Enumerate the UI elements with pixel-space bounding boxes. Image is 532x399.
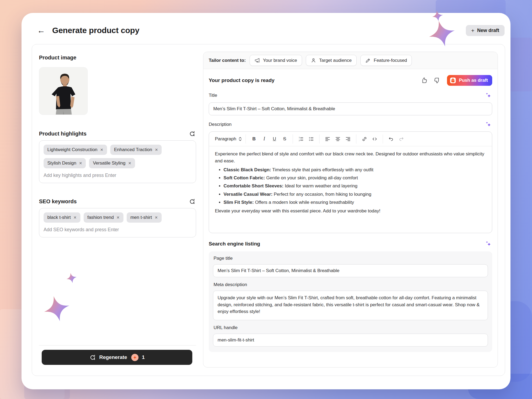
url-handle-value: men-slim-fit-t-shirt: [218, 337, 254, 343]
thumbs-up-icon: [421, 77, 428, 84]
thumbs-down-button[interactable]: [432, 76, 442, 85]
ai-description-button[interactable]: [485, 121, 492, 128]
ai-sparkle-icon: [485, 121, 492, 128]
input-sidebar: Product image Product h: [32, 44, 203, 376]
highlight-tag: Versatile Styling ✕: [89, 158, 135, 168]
remove-tag-icon[interactable]: ✕: [155, 216, 158, 219]
align-center-button[interactable]: [334, 135, 342, 143]
tailor-content-bar: Tailor content to: Your brand voice Targ…: [203, 52, 498, 69]
remove-tag-icon[interactable]: ✕: [100, 148, 103, 152]
tag-label: fashion trend: [87, 215, 114, 220]
regenerate-highlights-button[interactable]: [188, 130, 196, 138]
shopify-bag-icon: [450, 77, 456, 84]
regenerate-sparkle-icon: [189, 198, 196, 205]
product-highlights-label: Product highlights: [39, 131, 87, 137]
keyword-tag: black t-shirt ✕: [44, 212, 80, 223]
keyword-tag: fashion trend ✕: [84, 212, 123, 223]
ai-sparkle-icon: [485, 92, 492, 99]
strikethrough-button[interactable]: S: [280, 135, 289, 143]
description-bullet: Soft Cotton Fabric: Gentle on your skin,…: [224, 174, 486, 181]
regenerate-label: Regenerate: [99, 354, 127, 360]
description-label: Description: [209, 122, 232, 127]
remove-tag-icon[interactable]: ✕: [73, 216, 77, 219]
url-handle-input[interactable]: men-slim-fit-t-shirt: [213, 334, 488, 347]
highlight-tag: Enhanced Traction ✕: [110, 145, 162, 155]
target-audience-button[interactable]: Target audience: [306, 55, 357, 66]
ai-search-listing-button[interactable]: [485, 240, 492, 248]
tag-label: Enhanced Traction: [114, 147, 152, 152]
tag-label: men t-shirt: [130, 215, 152, 220]
description-text-area[interactable]: Experience the perfect blend of style an…: [209, 146, 492, 233]
bold-button[interactable]: B: [250, 135, 258, 143]
push-as-draft-button[interactable]: Push as draft: [447, 75, 492, 86]
highlights-tag-input[interactable]: Lightweight Construction ✕ Enhanced Trac…: [39, 140, 196, 183]
bullet-list-button[interactable]: [307, 135, 315, 143]
meta-description-input[interactable]: Upgrade your style with our Men’s Slim F…: [213, 291, 488, 320]
ai-sparkle-icon: [485, 241, 492, 247]
seo-keywords-tag-input[interactable]: black t-shirt ✕ fashion trend ✕ men t-sh…: [39, 208, 196, 237]
product-image-thumbnail: [39, 67, 88, 115]
regenerate-sparkle-icon: [189, 130, 196, 137]
meta-description-label: Meta description: [214, 282, 488, 287]
highlights-placeholder: Add key highlights and press Enter: [44, 172, 191, 179]
remove-tag-icon[interactable]: ✕: [116, 216, 120, 219]
search-listing-panel: Page title Men’s Slim Fit T-Shirt – Soft…: [209, 251, 492, 352]
description-bullet: Classic Black Design: Timeless style tha…: [224, 166, 486, 173]
underline-button[interactable]: U: [270, 135, 279, 143]
remove-tag-icon[interactable]: ✕: [128, 161, 131, 165]
regenerate-button[interactable]: Regenerate 1: [42, 350, 192, 365]
align-left-button[interactable]: [323, 135, 332, 143]
url-handle-label: URL handle: [214, 325, 488, 330]
title-label: Title: [209, 93, 217, 98]
remove-tag-icon[interactable]: ✕: [79, 161, 82, 165]
thumbs-up-button[interactable]: [420, 76, 429, 85]
back-button[interactable]: ←: [36, 25, 47, 35]
credit-badge: [131, 354, 139, 361]
align-right-button[interactable]: [344, 135, 352, 143]
align-left-icon: [325, 136, 331, 142]
ai-title-button[interactable]: [485, 92, 492, 99]
feature-focused-button[interactable]: Feature-focused: [360, 55, 412, 66]
italic-button[interactable]: I: [260, 135, 268, 143]
editor-toolbar: Paragraph B I U S: [209, 132, 492, 146]
tag-label: black t-shirt: [47, 215, 71, 220]
thumbs-down-icon: [434, 77, 441, 84]
svg-text:1: 1: [299, 136, 300, 138]
page-title-input[interactable]: Men’s Slim Fit T-Shirt – Soft Cotton, Mi…: [213, 264, 488, 277]
paragraph-style-select[interactable]: Paragraph: [215, 136, 242, 142]
regenerate-keywords-button[interactable]: [188, 198, 196, 205]
chevron-updown-icon: [239, 136, 242, 142]
undo-button[interactable]: [387, 135, 395, 143]
remove-tag-icon[interactable]: ✕: [155, 148, 158, 152]
description-bullet-list: Classic Black Design: Timeless style tha…: [215, 166, 486, 206]
code-icon: [372, 136, 378, 142]
search-listing-heading: Search engine listing: [209, 241, 260, 247]
redo-button[interactable]: [397, 135, 406, 143]
new-draft-label: New draft: [477, 28, 499, 33]
description-bullet: Slim Fit Style: Offers a modern look whi…: [224, 199, 486, 206]
insert-link-button[interactable]: [360, 135, 369, 143]
description-intro: Experience the perfect blend of style an…: [215, 151, 486, 165]
copy-ready-heading: Your product copy is ready: [209, 77, 416, 83]
page-title-value: Men’s Slim Fit T-Shirt – Soft Cotton, Mi…: [218, 268, 339, 273]
brand-voice-label: Your brand voice: [263, 58, 297, 63]
brand-voice-button[interactable]: Your brand voice: [250, 55, 302, 66]
code-view-button[interactable]: [370, 135, 379, 143]
link-icon: [361, 136, 367, 142]
window-header: ← Generate product copy + New draft: [22, 13, 510, 44]
new-draft-button[interactable]: + New draft: [466, 25, 505, 36]
seo-keywords-placeholder: Add SEO keywords and press Enter: [44, 226, 191, 233]
undo-icon: [388, 136, 394, 142]
product-image-label: Product image: [39, 55, 76, 61]
bullet-list-icon: [308, 136, 314, 142]
svg-text:2: 2: [299, 139, 300, 141]
align-right-icon: [345, 136, 351, 142]
description-editor: Paragraph B I U S: [209, 131, 492, 233]
back-arrow-icon: ←: [37, 26, 45, 35]
ordered-list-button[interactable]: 1 2: [297, 135, 305, 143]
content-panel: Product image Product h: [32, 44, 505, 376]
description-outro: Elevate your everyday wear with this ess…: [215, 208, 486, 215]
megaphone-icon: [254, 58, 260, 63]
title-input[interactable]: Men’s Slim Fit T-Shirt – Soft Cotton, Mi…: [209, 102, 492, 115]
product-photo-illustration: [39, 67, 88, 115]
